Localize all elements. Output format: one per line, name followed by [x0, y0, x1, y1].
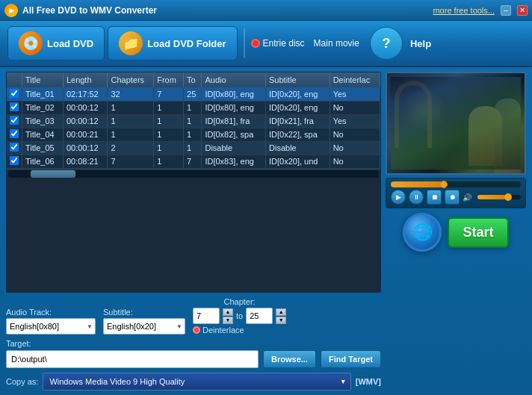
- chapter-from-input[interactable]: [193, 308, 220, 324]
- minimize-button[interactable]: –: [501, 5, 511, 16]
- volume-track[interactable]: [477, 195, 521, 199]
- row-subtitle: ID[0x20], eng: [266, 101, 330, 114]
- table-row[interactable]: Title_01 02:17:52 32 7 25 ID[0x80], eng …: [7, 87, 380, 101]
- row-title: Title_03: [22, 114, 64, 128]
- row-checkbox[interactable]: [10, 89, 19, 98]
- row-checkbox[interactable]: [10, 116, 19, 125]
- copy-format-select[interactable]: Windows Media Video 9 High Quality: [43, 373, 350, 391]
- row-check-cell[interactable]: [7, 101, 22, 114]
- chapter-to-down[interactable]: ▼: [276, 317, 286, 324]
- table-row[interactable]: Title_02 00:00:12 1 1 1 ID[0x80], eng ID…: [7, 101, 380, 114]
- row-check-cell[interactable]: [7, 141, 22, 155]
- row-subtitle: ID[0x22], spa: [266, 128, 330, 141]
- subtitle-select[interactable]: English[0x20]: [103, 318, 185, 335]
- title-bar-left: ▶ All Free DVD to WMV Converter: [4, 4, 157, 17]
- stop-button[interactable]: ⏹: [427, 190, 442, 205]
- row-checkbox[interactable]: [10, 143, 19, 152]
- chapter-to-input[interactable]: [246, 308, 273, 324]
- close-button[interactable]: ✕: [517, 5, 528, 16]
- volume-thumb: [504, 193, 512, 201]
- row-checkbox[interactable]: [10, 156, 19, 165]
- col-chapters: Chapters: [108, 72, 154, 87]
- row-check-cell[interactable]: [7, 87, 22, 101]
- audio-track-select[interactable]: English[0x80]: [6, 318, 96, 335]
- progress-bar-container[interactable]: [391, 181, 521, 187]
- left-panel: Title Length Chapters From To Audio Subt…: [6, 72, 381, 391]
- load-folder-label: Load DVD Folder: [147, 38, 226, 49]
- play-button[interactable]: ▶: [391, 190, 406, 205]
- row-check-cell[interactable]: [7, 114, 22, 128]
- to-label: to: [236, 311, 243, 320]
- entire-disc-option[interactable]: Entrie disc: [251, 38, 305, 49]
- row-length: 00:08:21: [63, 155, 108, 168]
- row-chapters: 1: [108, 101, 154, 114]
- title-bar-right: more free tools... – ✕: [433, 5, 528, 16]
- subtitle-select-wrapper: English[0x20]: [103, 318, 185, 335]
- table-row[interactable]: Title_04 00:00:21 1 1 1 ID[0x82], spa ID…: [7, 128, 380, 141]
- pause-button[interactable]: ⏸: [409, 190, 424, 205]
- start-section: 🌐 Start: [386, 213, 526, 252]
- chapter-from-down[interactable]: ▼: [223, 317, 233, 324]
- row-length: 02:17:52: [63, 87, 108, 101]
- record-button[interactable]: ⏺: [445, 190, 460, 205]
- row-to: 25: [184, 87, 202, 101]
- row-chapters: 7: [108, 155, 154, 168]
- title-bar: ▶ All Free DVD to WMV Converter more fre…: [0, 0, 532, 21]
- row-checkbox[interactable]: [10, 129, 19, 138]
- app-title: All Free DVD to WMV Converter: [22, 5, 157, 16]
- chapter-inputs: ▲ ▼ to ▲ ▼: [193, 308, 286, 324]
- row-title: Title_04: [22, 128, 64, 141]
- main-movie-option[interactable]: Main movie: [314, 38, 359, 49]
- copy-label: Copy as:: [6, 377, 38, 386]
- row-title: Title_06: [22, 155, 64, 168]
- row-length: 00:00:12: [63, 114, 108, 128]
- load-dvd-button[interactable]: 💿 Load DVD: [7, 26, 105, 60]
- row-audio: ID[0x80], eng: [202, 101, 266, 114]
- toolbar: 💿 Load DVD 📁 Load DVD Folder Entrie disc…: [0, 21, 532, 67]
- row-check-cell[interactable]: [7, 128, 22, 141]
- hscroll-track[interactable]: [8, 170, 379, 178]
- row-audio: ID[0x80], eng: [202, 87, 266, 101]
- help-icon: ?: [382, 36, 390, 52]
- row-from: 1: [154, 114, 184, 128]
- more-tools-link[interactable]: more free tools...: [433, 6, 495, 15]
- help-button[interactable]: ?: [370, 27, 403, 60]
- right-panel: ▶ ⏸ ⏹ ⏺ 🔊 🌐 Start: [386, 72, 526, 391]
- start-button[interactable]: Start: [448, 217, 508, 248]
- chapter-group: Chapter: ▲ ▼ to ▲ ▼ Deinterl: [193, 297, 286, 335]
- disc-radio[interactable]: [251, 39, 260, 48]
- load-folder-icon: 📁: [119, 31, 143, 55]
- toolbar-divider: [244, 28, 245, 58]
- row-deinterlace: No: [330, 128, 380, 141]
- target-path-input[interactable]: [6, 350, 259, 368]
- hscroll-thumb[interactable]: [31, 170, 75, 178]
- row-chapters: 1: [108, 114, 154, 128]
- load-folder-button[interactable]: 📁 Load DVD Folder: [108, 26, 237, 60]
- format-tag: [WMV]: [356, 377, 381, 386]
- row-checkbox[interactable]: [10, 102, 19, 111]
- deinterlace-option[interactable]: Deinterlace: [193, 326, 286, 335]
- deinterlace-radio[interactable]: [193, 326, 200, 334]
- copy-row: Copy as: Windows Media Video 9 High Qual…: [6, 373, 381, 391]
- table-row[interactable]: Title_06 00:08:21 7 1 7 ID[0x83], eng ID…: [7, 155, 380, 168]
- row-to: 7: [184, 155, 202, 168]
- chapter-from-up[interactable]: ▲: [223, 308, 233, 316]
- browse-button[interactable]: Browse...: [263, 350, 316, 368]
- table-row[interactable]: Title_05 00:00:12 2 1 1 Disable Disable …: [7, 141, 380, 155]
- chapter-to-up[interactable]: ▲: [276, 308, 286, 316]
- table-hscroll[interactable]: [7, 169, 380, 179]
- target-label: Target:: [6, 339, 381, 348]
- row-audio: ID[0x81], fra: [202, 114, 266, 128]
- find-target-button[interactable]: Find Target: [321, 350, 381, 368]
- row-check-cell[interactable]: [7, 155, 22, 168]
- volume-fill: [477, 195, 506, 199]
- help-label: Help: [410, 38, 431, 49]
- table-row[interactable]: Title_03 00:00:12 1 1 1 ID[0x81], fra ID…: [7, 114, 380, 128]
- row-deinterlace: Yes: [330, 114, 380, 128]
- main-movie-label: Main movie: [314, 38, 359, 49]
- row-audio: ID[0x83], eng: [202, 155, 266, 168]
- load-dvd-icon: 💿: [19, 31, 43, 55]
- progress-thumb: [440, 181, 448, 188]
- scene-bg: [391, 77, 521, 169]
- table-scroll-area[interactable]: Title Length Chapters From To Audio Subt…: [7, 72, 380, 169]
